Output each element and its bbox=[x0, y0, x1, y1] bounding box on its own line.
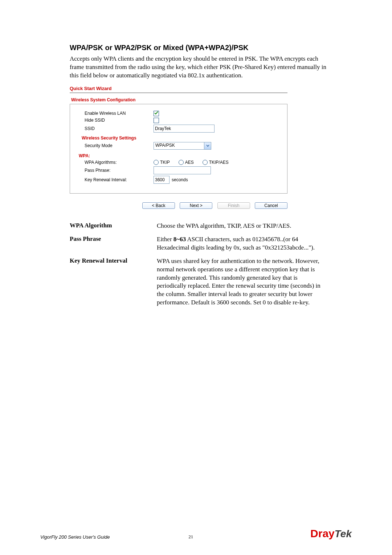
definitions-list: WPA Algorithm Choose the WPA algorithm, … bbox=[70, 222, 327, 307]
definition-term: Pass Phrase bbox=[70, 235, 157, 252]
definition-term: Key Renewal Interval bbox=[70, 257, 157, 307]
security-mode-value: WPA/PSK bbox=[154, 142, 204, 149]
page-number: 21 bbox=[188, 534, 193, 540]
wpa-algo-radio-tkip[interactable]: TKIP bbox=[154, 160, 170, 165]
chevron-down-icon[interactable] bbox=[204, 142, 211, 149]
config-panel: Enable Wireless LAN Hide SSID SSID bbox=[70, 104, 287, 194]
hide-ssid-checkbox[interactable] bbox=[154, 118, 159, 123]
hide-ssid-label: Hide SSID bbox=[77, 118, 154, 123]
pass-phrase-label: Pass Phrase: bbox=[77, 168, 154, 173]
wpa-algo-radio-tkip-aes[interactable]: TKIP/AES bbox=[203, 160, 229, 165]
definition-row: WPA Algorithm Choose the WPA algorithm, … bbox=[70, 222, 327, 230]
section-heading: WPA/PSK or WPA2/PSK or Mixed (WPA+WPA2)/… bbox=[70, 44, 327, 52]
brand-logo: DrayTek bbox=[310, 527, 352, 540]
security-mode-select[interactable]: WPA/PSK bbox=[154, 142, 211, 150]
key-renewal-unit: seconds bbox=[172, 177, 188, 182]
ssid-label: SSID bbox=[77, 126, 154, 131]
definition-desc: WPA uses shared key for authentication t… bbox=[157, 257, 327, 307]
radio-label: AES bbox=[185, 160, 194, 165]
finish-button: Finish bbox=[217, 202, 250, 209]
definition-desc: Choose the WPA algorithm, TKIP, AES or T… bbox=[157, 222, 327, 230]
enable-wlan-label: Enable Wireless LAN bbox=[77, 111, 154, 116]
definition-row: Key Renewal Interval WPA uses shared key… bbox=[70, 257, 327, 307]
definition-term: WPA Algorithm bbox=[70, 222, 157, 230]
next-button[interactable]: Next > bbox=[180, 202, 212, 209]
key-renewal-input[interactable] bbox=[154, 176, 170, 184]
brand-text-left: Dray bbox=[310, 527, 335, 539]
enable-wlan-checkbox[interactable] bbox=[154, 111, 159, 116]
panel-title: Wireless System Configuration bbox=[71, 97, 287, 102]
back-button[interactable]: < Back bbox=[142, 202, 175, 209]
intro-paragraph: Accepts only WPA clients and the encrypt… bbox=[70, 55, 327, 80]
definition-row: Pass Phrase Either 8~63 ASCII characters… bbox=[70, 235, 327, 252]
wizard-title: Quick Start Wizard bbox=[70, 85, 287, 92]
wireless-security-settings-header: Wireless Security Settings bbox=[82, 135, 280, 141]
pass-phrase-input[interactable] bbox=[154, 166, 211, 174]
radio-label: TKIP bbox=[160, 160, 170, 165]
wpa-section-header: WPA: bbox=[79, 153, 280, 158]
wizard-screenshot: Quick Start Wizard Wireless System Confi… bbox=[70, 85, 287, 209]
ssid-input[interactable] bbox=[154, 125, 215, 133]
wpa-algo-radio-aes[interactable]: AES bbox=[179, 160, 194, 165]
wizard-nav: < Back Next > Finish Cancel bbox=[70, 202, 287, 209]
cancel-button[interactable]: Cancel bbox=[255, 202, 287, 209]
page-footer: VigorFly 200 Series User's Guide 21 Dray… bbox=[40, 527, 352, 540]
radio-label: TKIP/AES bbox=[209, 160, 229, 165]
definition-desc: Either 8~63 ASCII characters, such as 01… bbox=[157, 235, 327, 252]
brand-text-right: Tek bbox=[335, 528, 352, 539]
wpa-algorithms-label: WPA Algorithms: bbox=[77, 160, 154, 165]
footer-guide: VigorFly 200 Series User's Guide bbox=[40, 534, 110, 540]
key-renewal-label: Key Renewal Interval: bbox=[77, 177, 154, 182]
divider bbox=[70, 93, 287, 93]
security-mode-label: Security Mode bbox=[77, 143, 154, 148]
